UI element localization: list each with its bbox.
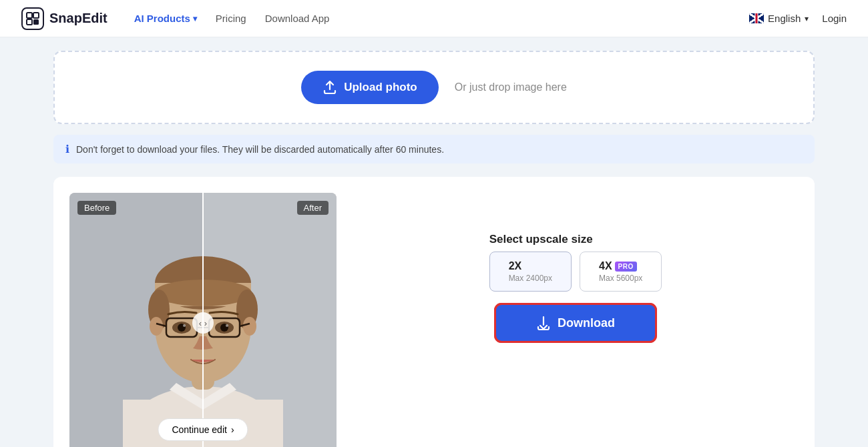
chevron-down-icon: ▾ [193,14,197,23]
svg-point-16 [243,317,256,336]
upload-icon [322,80,337,95]
download-icon [536,316,551,330]
upscale-label: Select upscale size [489,233,662,246]
comparison-section: Before After [53,177,815,447]
flag-icon [749,13,764,23]
upload-photo-button[interactable]: Upload photo [301,71,439,104]
info-icon: ℹ [65,143,69,155]
login-button[interactable]: Login [822,13,847,24]
pro-badge: PRO [615,262,637,272]
nav-right: English ▾ Login [749,13,847,24]
nav-links: AI Products ▾ Pricing Download App [134,13,728,24]
svg-rect-3 [33,19,39,25]
logo[interactable]: SnapEdit [21,7,107,30]
info-banner: ℹ Don't forget to download your files. T… [53,135,815,163]
svg-rect-1 [33,13,39,18]
logo-text: SnapEdit [49,11,107,26]
size-option-4x[interactable]: 4X PRO Max 5600px [580,252,662,292]
size-options: 2X Max 2400px 4X PRO Max 5600px [489,252,662,292]
svg-rect-0 [27,13,32,18]
nav-download-app[interactable]: Download App [265,13,330,24]
navbar: SnapEdit AI Products ▾ Pricing Download … [0,0,868,37]
svg-rect-2 [27,19,32,25]
drop-text: Or just drop image here [455,81,567,93]
svg-point-15 [150,317,163,336]
download-button[interactable]: Download [496,305,655,341]
language-selector[interactable]: English ▾ [749,13,809,24]
info-message: Don't forget to download your files. The… [76,144,444,155]
before-label: Before [77,201,116,215]
nav-ai-products[interactable]: AI Products ▾ [134,13,197,24]
main-content: Upload photo Or just drop image here ℹ D… [0,37,868,447]
logo-icon [21,7,44,30]
continue-edit-button[interactable]: Continue edit › [158,418,248,441]
compare-handle[interactable]: ‹ › [192,312,214,334]
after-label: After [297,201,329,215]
language-label: English [768,13,801,24]
size-option-2x[interactable]: 2X Max 2400px [489,252,572,292]
svg-point-26 [183,324,186,327]
image-compare: Before After [69,193,337,447]
nav-pricing[interactable]: Pricing [216,13,246,24]
svg-point-27 [226,324,228,327]
right-panel: Select upscale size 2X Max 2400px 4X PRO [353,193,799,447]
lang-chevron-icon: ▾ [805,14,809,23]
upload-area: Upload photo Or just drop image here [53,51,815,124]
chevron-right-icon: › [231,424,234,435]
